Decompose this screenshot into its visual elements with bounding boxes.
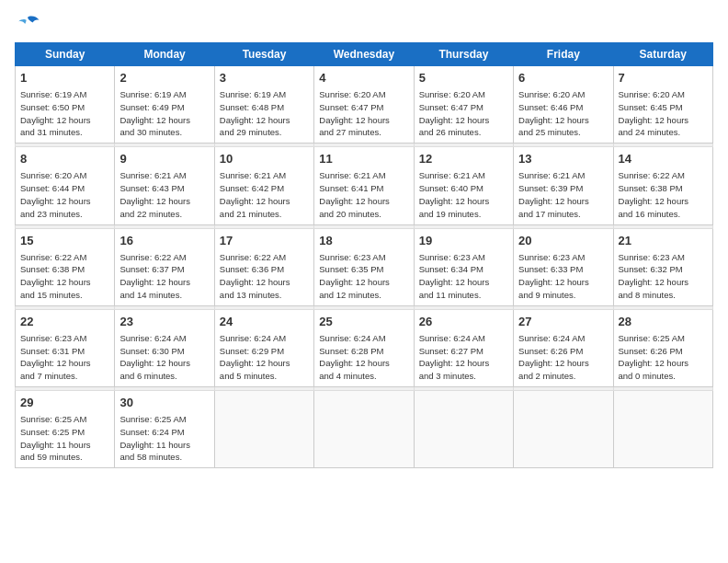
calendar-body: 1Sunrise: 6:19 AM Sunset: 6:50 PM Daylig… (16, 66, 713, 468)
day-info: Sunrise: 6:20 AM Sunset: 6:47 PM Dayligh… (319, 88, 408, 139)
calendar-week-0: 1Sunrise: 6:19 AM Sunset: 6:50 PM Daylig… (16, 66, 713, 144)
day-number: 29 (20, 395, 109, 411)
calendar-cell: 17Sunrise: 6:22 AM Sunset: 6:36 PM Dayli… (214, 228, 313, 305)
day-number: 28 (619, 314, 708, 330)
day-info: Sunrise: 6:24 AM Sunset: 6:27 PM Dayligh… (419, 332, 508, 383)
calendar-cell (414, 391, 513, 468)
calendar-cell (314, 391, 414, 468)
day-number: 2 (119, 70, 209, 86)
day-number: 5 (419, 70, 508, 86)
calendar-header-saturday: Saturday (613, 43, 712, 66)
day-number: 7 (619, 70, 708, 86)
day-number: 1 (20, 70, 109, 86)
day-number: 8 (20, 151, 109, 167)
day-number: 10 (220, 151, 309, 167)
day-info: Sunrise: 6:21 AM Sunset: 6:43 PM Dayligh… (119, 169, 209, 220)
day-info: Sunrise: 6:21 AM Sunset: 6:42 PM Dayligh… (220, 169, 309, 220)
calendar-cell (214, 391, 313, 468)
day-info: Sunrise: 6:23 AM Sunset: 6:31 PM Dayligh… (20, 332, 109, 383)
day-info: Sunrise: 6:24 AM Sunset: 6:26 PM Dayligh… (518, 332, 608, 383)
day-info: Sunrise: 6:23 AM Sunset: 6:35 PM Dayligh… (319, 251, 408, 302)
day-info: Sunrise: 6:19 AM Sunset: 6:49 PM Dayligh… (119, 88, 209, 139)
calendar-cell: 18Sunrise: 6:23 AM Sunset: 6:35 PM Dayli… (314, 228, 414, 305)
day-number: 4 (319, 70, 408, 86)
day-info: Sunrise: 6:23 AM Sunset: 6:33 PM Dayligh… (518, 251, 608, 302)
calendar-cell: 27Sunrise: 6:24 AM Sunset: 6:26 PM Dayli… (514, 309, 613, 386)
day-number: 22 (20, 314, 109, 330)
day-number: 11 (319, 151, 408, 167)
day-number: 24 (220, 314, 309, 330)
calendar-cell: 8Sunrise: 6:20 AM Sunset: 6:44 PM Daylig… (16, 147, 115, 224)
calendar-header-row: SundayMondayTuesdayWednesdayThursdayFrid… (16, 43, 713, 66)
general-blue-logo-icon (15, 15, 40, 33)
calendar-cell: 2Sunrise: 6:19 AM Sunset: 6:49 PM Daylig… (115, 66, 214, 144)
calendar-cell: 19Sunrise: 6:23 AM Sunset: 6:34 PM Dayli… (414, 228, 513, 305)
day-number: 13 (518, 151, 608, 167)
calendar-cell: 22Sunrise: 6:23 AM Sunset: 6:31 PM Dayli… (16, 309, 115, 386)
day-number: 20 (518, 233, 608, 249)
day-number: 18 (319, 233, 408, 249)
day-info: Sunrise: 6:24 AM Sunset: 6:30 PM Dayligh… (119, 332, 209, 383)
day-info: Sunrise: 6:25 AM Sunset: 6:26 PM Dayligh… (619, 332, 708, 383)
day-number: 19 (419, 233, 508, 249)
calendar-cell: 4Sunrise: 6:20 AM Sunset: 6:47 PM Daylig… (314, 66, 414, 144)
calendar-cell: 13Sunrise: 6:21 AM Sunset: 6:39 PM Dayli… (514, 147, 613, 224)
day-info: Sunrise: 6:22 AM Sunset: 6:36 PM Dayligh… (220, 251, 309, 302)
calendar-cell: 15Sunrise: 6:22 AM Sunset: 6:38 PM Dayli… (16, 228, 115, 305)
day-info: Sunrise: 6:19 AM Sunset: 6:50 PM Dayligh… (20, 88, 109, 139)
calendar-week-3: 22Sunrise: 6:23 AM Sunset: 6:31 PM Dayli… (16, 309, 713, 386)
calendar-cell: 11Sunrise: 6:21 AM Sunset: 6:41 PM Dayli… (314, 147, 414, 224)
calendar-week-1: 8Sunrise: 6:20 AM Sunset: 6:44 PM Daylig… (16, 147, 713, 224)
calendar-cell: 23Sunrise: 6:24 AM Sunset: 6:30 PM Dayli… (115, 309, 214, 386)
calendar-cell (613, 391, 712, 468)
day-number: 21 (619, 233, 708, 249)
day-number: 3 (220, 70, 309, 86)
calendar-cell: 9Sunrise: 6:21 AM Sunset: 6:43 PM Daylig… (115, 147, 214, 224)
logo (15, 15, 44, 33)
calendar-cell: 6Sunrise: 6:20 AM Sunset: 6:46 PM Daylig… (514, 66, 613, 144)
calendar-cell: 12Sunrise: 6:21 AM Sunset: 6:40 PM Dayli… (414, 147, 513, 224)
calendar-header-wednesday: Wednesday (314, 43, 414, 66)
day-number: 12 (419, 151, 508, 167)
calendar-cell: 3Sunrise: 6:19 AM Sunset: 6:48 PM Daylig… (214, 66, 313, 144)
day-info: Sunrise: 6:22 AM Sunset: 6:38 PM Dayligh… (619, 169, 708, 220)
calendar-cell: 24Sunrise: 6:24 AM Sunset: 6:29 PM Dayli… (214, 309, 313, 386)
day-info: Sunrise: 6:25 AM Sunset: 6:25 PM Dayligh… (20, 413, 109, 464)
day-info: Sunrise: 6:21 AM Sunset: 6:40 PM Dayligh… (419, 169, 508, 220)
day-info: Sunrise: 6:25 AM Sunset: 6:24 PM Dayligh… (119, 413, 209, 464)
calendar-header-thursday: Thursday (414, 43, 513, 66)
calendar-cell: 5Sunrise: 6:20 AM Sunset: 6:47 PM Daylig… (414, 66, 513, 144)
day-info: Sunrise: 6:24 AM Sunset: 6:28 PM Dayligh… (319, 332, 408, 383)
day-number: 30 (119, 395, 209, 411)
day-number: 27 (518, 314, 608, 330)
calendar-cell: 30Sunrise: 6:25 AM Sunset: 6:24 PM Dayli… (115, 391, 214, 468)
calendar-cell: 7Sunrise: 6:20 AM Sunset: 6:45 PM Daylig… (613, 66, 712, 144)
day-info: Sunrise: 6:22 AM Sunset: 6:38 PM Dayligh… (20, 251, 109, 302)
calendar-cell (514, 391, 613, 468)
day-info: Sunrise: 6:22 AM Sunset: 6:37 PM Dayligh… (119, 251, 209, 302)
page-header (15, 15, 713, 33)
day-number: 23 (119, 314, 209, 330)
day-info: Sunrise: 6:20 AM Sunset: 6:46 PM Dayligh… (518, 88, 608, 139)
calendar-cell: 28Sunrise: 6:25 AM Sunset: 6:26 PM Dayli… (613, 309, 712, 386)
calendar-header-friday: Friday (514, 43, 613, 66)
calendar-week-2: 15Sunrise: 6:22 AM Sunset: 6:38 PM Dayli… (16, 228, 713, 305)
day-number: 16 (119, 233, 209, 249)
day-number: 25 (319, 314, 408, 330)
day-info: Sunrise: 6:20 AM Sunset: 6:47 PM Dayligh… (419, 88, 508, 139)
calendar-cell: 26Sunrise: 6:24 AM Sunset: 6:27 PM Dayli… (414, 309, 513, 386)
day-info: Sunrise: 6:21 AM Sunset: 6:39 PM Dayligh… (518, 169, 608, 220)
day-number: 14 (619, 151, 708, 167)
day-info: Sunrise: 6:19 AM Sunset: 6:48 PM Dayligh… (220, 88, 309, 139)
day-info: Sunrise: 6:24 AM Sunset: 6:29 PM Dayligh… (220, 332, 309, 383)
calendar-cell: 20Sunrise: 6:23 AM Sunset: 6:33 PM Dayli… (514, 228, 613, 305)
calendar-cell: 25Sunrise: 6:24 AM Sunset: 6:28 PM Dayli… (314, 309, 414, 386)
day-number: 17 (220, 233, 309, 249)
day-number: 15 (20, 233, 109, 249)
day-info: Sunrise: 6:23 AM Sunset: 6:34 PM Dayligh… (419, 251, 508, 302)
calendar-header-sunday: Sunday (16, 43, 115, 66)
day-info: Sunrise: 6:20 AM Sunset: 6:44 PM Dayligh… (20, 169, 109, 220)
calendar-cell: 16Sunrise: 6:22 AM Sunset: 6:37 PM Dayli… (115, 228, 214, 305)
day-number: 26 (419, 314, 508, 330)
day-number: 9 (119, 151, 209, 167)
